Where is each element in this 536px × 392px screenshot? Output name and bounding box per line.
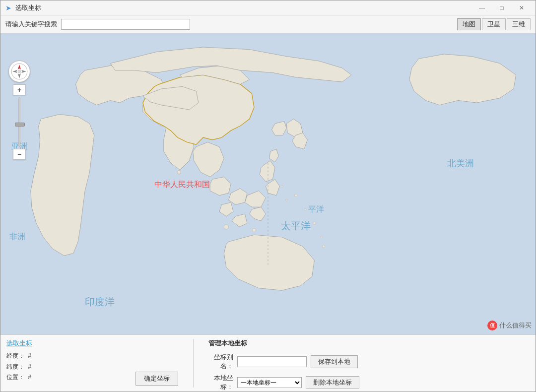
coordinate-info: 选取坐标 经度： # 纬度： # 位置： # (6, 339, 126, 388)
longitude-value: # (28, 352, 31, 359)
confirm-coordinate-button[interactable]: 确定坐标 (135, 372, 178, 386)
divider (193, 339, 194, 388)
zoom-out-button[interactable]: − (13, 149, 26, 160)
compass[interactable] (8, 61, 30, 82)
latitude-value: # (28, 363, 31, 370)
svg-point-30 (281, 185, 283, 187)
searchbar: 请输入关键字搜索 地图 卫星 三维 (0, 15, 536, 33)
search-label: 请输入关键字搜索 (5, 20, 57, 29)
svg-point-40 (18, 70, 21, 73)
latitude-row: 纬度： # (6, 362, 126, 373)
watermark-logo: 值 (487, 321, 497, 330)
svg-point-25 (294, 194, 297, 197)
manage-title: 管理本地坐标 (208, 339, 530, 348)
local-coord-row: 本地坐标： 一本地坐标一 删除本地坐标 (208, 374, 530, 392)
titlebar: ➤ 选取坐标 — □ ✕ (0, 0, 536, 15)
minimize-button[interactable]: — (472, 0, 492, 15)
map-type-map-button[interactable]: 地图 (457, 18, 481, 30)
zoom-slider-track (18, 97, 20, 147)
svg-point-26 (304, 208, 306, 210)
local-coord-select[interactable]: 一本地坐标一 (237, 377, 302, 388)
longitude-label: 经度： (6, 351, 26, 362)
svg-point-33 (224, 225, 228, 229)
latitude-label: 纬度： (6, 362, 26, 373)
map-type-buttons: 地图 卫星 三维 (457, 18, 531, 30)
manage-local-coordinates: 管理本地坐标 坐标别名： 保存到本地 本地坐标： 一本地坐标一 删除本地坐标 (208, 339, 530, 388)
svg-point-29 (322, 245, 325, 248)
select-coordinate-title[interactable]: 选取坐标 (6, 339, 126, 348)
svg-point-34 (252, 228, 256, 232)
close-button[interactable]: ✕ (512, 0, 532, 15)
position-row: 位置： # (6, 372, 126, 383)
svg-point-31 (285, 199, 287, 201)
position-label: 位置： (6, 372, 26, 383)
map-type-3d-button[interactable]: 三维 (507, 18, 531, 30)
alias-input[interactable] (237, 356, 307, 367)
window-title: 选取坐标 (15, 3, 472, 12)
nav-control: + − (6, 61, 32, 160)
alias-label: 坐标别名： (208, 353, 233, 371)
delete-local-button[interactable]: 删除本地坐标 (306, 376, 359, 389)
bottom-panel: 选取坐标 经度： # 纬度： # 位置： # 确定坐标 管理本地坐标 坐标别名： (0, 334, 536, 392)
window-controls: — □ ✕ (472, 0, 532, 15)
longitude-row: 经度： # (6, 351, 126, 362)
save-local-button[interactable]: 保存到本地 (311, 355, 358, 368)
watermark-text: 什么值得买 (499, 321, 532, 330)
watermark: 值 什么值得买 (487, 321, 532, 330)
local-coord-label: 本地坐标： (208, 374, 233, 392)
position-value: # (28, 374, 31, 381)
zoom-in-button[interactable]: + (13, 84, 26, 95)
map-svg (0, 33, 536, 334)
alias-row: 坐标别名： 保存到本地 (208, 353, 530, 371)
main-window: ➤ 选取坐标 — □ ✕ 请输入关键字搜索 地图 卫星 三维 (0, 0, 536, 392)
app-icon: ➤ (4, 4, 12, 12)
svg-point-32 (177, 170, 181, 174)
confirm-button-area: 确定坐标 (135, 339, 178, 388)
zoom-slider-thumb[interactable] (15, 123, 25, 127)
map-area[interactable]: 中华人民共和国 平洋 太平洋 印度洋 北美洲 亚洲 非洲 + (0, 33, 536, 334)
search-input[interactable] (61, 19, 190, 30)
maximize-button[interactable]: □ (492, 0, 512, 15)
svg-point-27 (313, 222, 316, 225)
map-type-satellite-button[interactable]: 卫星 (482, 18, 506, 30)
svg-point-28 (321, 236, 323, 238)
